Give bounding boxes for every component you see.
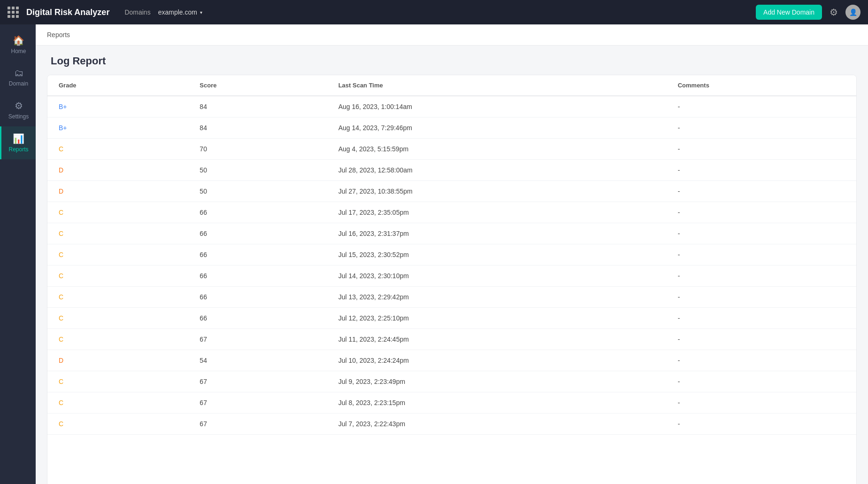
sidebar-item-settings[interactable]: ⚙ Settings: [0, 94, 36, 126]
cell-last-scan: Aug 14, 2023, 7:29:46pm: [327, 117, 667, 139]
log-report-table: Grade Score Last Scan Time Comments B+ 8…: [47, 75, 856, 435]
settings-icon: ⚙: [15, 100, 23, 111]
grid-menu-icon[interactable]: [8, 7, 19, 18]
cell-score: 70: [188, 139, 327, 160]
cell-grade[interactable]: C: [47, 244, 188, 265]
avatar[interactable]: 👤: [845, 5, 860, 20]
cell-score: 67: [188, 371, 327, 392]
sidebar: 🏠 Home 🗂 Domain ⚙ Settings 📊 Reports: [0, 24, 36, 484]
page-header: Log Report: [36, 46, 868, 75]
cell-score: 50: [188, 181, 327, 202]
header-right: Add New Domain ⚙ 👤: [756, 5, 860, 20]
col-header-score: Score: [188, 75, 327, 96]
cell-grade[interactable]: D: [47, 181, 188, 202]
cell-grade[interactable]: C: [47, 329, 188, 350]
sidebar-item-domain-label: Domain: [9, 80, 28, 87]
cell-comments: -: [667, 117, 856, 139]
cell-grade[interactable]: C: [47, 223, 188, 244]
cell-comments: -: [667, 350, 856, 371]
sidebar-item-reports-label: Reports: [8, 146, 28, 153]
cell-grade[interactable]: C: [47, 139, 188, 160]
cell-score: 66: [188, 308, 327, 329]
cell-grade[interactable]: C: [47, 371, 188, 392]
cell-score: 66: [188, 287, 327, 308]
cell-score: 66: [188, 202, 327, 223]
domain-selector[interactable]: example.com ▾: [158, 8, 202, 16]
cell-comments: -: [667, 287, 856, 308]
cell-comments: -: [667, 414, 856, 435]
cell-last-scan: Jul 14, 2023, 2:30:10pm: [327, 265, 667, 287]
cell-grade[interactable]: C: [47, 308, 188, 329]
table-row: C 67 Jul 9, 2023, 2:23:49pm -: [47, 371, 856, 392]
cell-last-scan: Jul 12, 2023, 2:25:10pm: [327, 308, 667, 329]
add-domain-button[interactable]: Add New Domain: [756, 5, 822, 20]
main-layout: 🏠 Home 🗂 Domain ⚙ Settings 📊 Reports Rep…: [0, 24, 868, 484]
app-title: Digital Risk Analyzer: [26, 8, 109, 17]
gear-icon[interactable]: ⚙: [830, 7, 838, 18]
cell-grade[interactable]: B+: [47, 96, 188, 117]
table-row: C 67 Jul 11, 2023, 2:24:45pm -: [47, 329, 856, 350]
sidebar-item-reports[interactable]: 📊 Reports: [0, 126, 36, 159]
cell-score: 67: [188, 392, 327, 414]
sidebar-item-home-label: Home: [11, 48, 26, 55]
cell-comments: -: [667, 244, 856, 265]
col-header-grade: Grade: [47, 75, 188, 96]
domain-icon: 🗂: [14, 68, 23, 78]
table-header-row: Grade Score Last Scan Time Comments: [47, 75, 856, 96]
log-report-table-container[interactable]: Grade Score Last Scan Time Comments B+ 8…: [47, 75, 857, 484]
table-row: C 66 Jul 16, 2023, 2:31:37pm -: [47, 223, 856, 244]
cell-grade[interactable]: D: [47, 160, 188, 181]
cell-last-scan: Jul 10, 2023, 2:24:24pm: [327, 350, 667, 371]
table-row: D 50 Jul 28, 2023, 12:58:00am -: [47, 160, 856, 181]
cell-comments: -: [667, 223, 856, 244]
sidebar-item-home[interactable]: 🏠 Home: [0, 28, 36, 61]
cell-grade[interactable]: C: [47, 287, 188, 308]
cell-grade[interactable]: C: [47, 265, 188, 287]
cell-last-scan: Jul 7, 2023, 2:22:43pm: [327, 414, 667, 435]
home-icon: 🏠: [13, 35, 24, 46]
table-row: C 66 Jul 15, 2023, 2:30:52pm -: [47, 244, 856, 265]
cell-comments: -: [667, 139, 856, 160]
cell-score: 54: [188, 350, 327, 371]
cell-grade[interactable]: C: [47, 392, 188, 414]
cell-last-scan: Jul 8, 2023, 2:23:15pm: [327, 392, 667, 414]
top-header: Digital Risk Analyzer Domains example.co…: [0, 0, 868, 24]
sidebar-item-domain[interactable]: 🗂 Domain: [0, 61, 36, 94]
cell-grade[interactable]: C: [47, 414, 188, 435]
cell-last-scan: Jul 17, 2023, 2:35:05pm: [327, 202, 667, 223]
cell-last-scan: Jul 15, 2023, 2:30:52pm: [327, 244, 667, 265]
cell-score: 84: [188, 117, 327, 139]
table-row: C 70 Aug 4, 2023, 5:15:59pm -: [47, 139, 856, 160]
cell-last-scan: Jul 27, 2023, 10:38:55pm: [327, 181, 667, 202]
cell-score: 67: [188, 414, 327, 435]
cell-score: 84: [188, 96, 327, 117]
cell-score: 66: [188, 244, 327, 265]
table-row: C 67 Jul 8, 2023, 2:23:15pm -: [47, 392, 856, 414]
cell-last-scan: Aug 4, 2023, 5:15:59pm: [327, 139, 667, 160]
cell-score: 67: [188, 329, 327, 350]
table-row: B+ 84 Aug 16, 2023, 1:00:14am -: [47, 96, 856, 117]
cell-last-scan: Jul 11, 2023, 2:24:45pm: [327, 329, 667, 350]
cell-score: 66: [188, 223, 327, 244]
content-area: Reports Log Report Grade Score Last Scan…: [36, 24, 868, 484]
page-title: Log Report: [51, 55, 853, 67]
cell-last-scan: Jul 9, 2023, 2:23:49pm: [327, 371, 667, 392]
cell-comments: -: [667, 265, 856, 287]
cell-grade[interactable]: B+: [47, 117, 188, 139]
cell-last-scan: Aug 16, 2023, 1:00:14am: [327, 96, 667, 117]
cell-comments: -: [667, 371, 856, 392]
cell-comments: -: [667, 202, 856, 223]
cell-last-scan: Jul 16, 2023, 2:31:37pm: [327, 223, 667, 244]
cell-grade[interactable]: D: [47, 350, 188, 371]
breadcrumb: Reports: [47, 31, 70, 39]
cell-comments: -: [667, 392, 856, 414]
cell-score: 66: [188, 265, 327, 287]
cell-grade[interactable]: C: [47, 202, 188, 223]
cell-comments: -: [667, 96, 856, 117]
cell-comments: -: [667, 308, 856, 329]
sidebar-item-settings-label: Settings: [8, 113, 29, 120]
col-header-comments: Comments: [667, 75, 856, 96]
nav-domains[interactable]: Domains: [124, 8, 150, 16]
table-row: D 50 Jul 27, 2023, 10:38:55pm -: [47, 181, 856, 202]
cell-last-scan: Jul 13, 2023, 2:29:42pm: [327, 287, 667, 308]
